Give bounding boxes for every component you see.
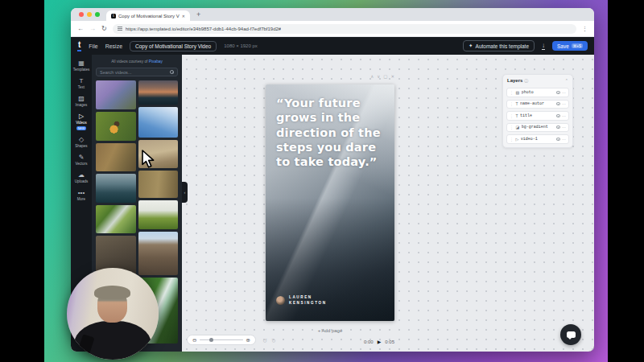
quote-text-layer[interactable]: “Your future grows in the direction of t… xyxy=(276,96,388,169)
sidebar-item-images[interactable]: ▨Images xyxy=(76,95,88,107)
play-icon[interactable]: ▶ xyxy=(378,339,382,344)
zoom-slider[interactable] xyxy=(200,339,242,341)
undo-icon[interactable]: ↺ xyxy=(262,338,267,344)
current-time: 0:00 xyxy=(364,339,374,344)
sidebar-item-label: More xyxy=(77,197,85,201)
history-controls: ↺ ↻ xyxy=(262,338,276,344)
sidebar-item-videos[interactable]: ▷VideosNEW xyxy=(76,113,87,130)
sidebar-item-templates[interactable]: ▦Templates xyxy=(73,60,90,72)
sidebar-item-label: Vectors xyxy=(75,162,87,166)
delete-icon[interactable]: ✕ xyxy=(390,74,394,79)
layer-more-icon[interactable]: ⋯ xyxy=(562,125,566,130)
uploads-icon: ☁ xyxy=(78,171,85,179)
chat-widget-button[interactable] xyxy=(560,324,581,345)
file-menu[interactable]: File xyxy=(89,43,97,49)
drag-handle-icon[interactable]: ⋮ xyxy=(510,113,514,118)
save-shortcut-badge: ⌘+S xyxy=(572,43,583,48)
layer-more-icon[interactable]: ⋯ xyxy=(562,113,566,118)
address-bar[interactable]: https://app.templated.io/editor/e34b9857… xyxy=(113,24,576,34)
close-window-button[interactable] xyxy=(79,12,84,17)
layer-row-bg-gradient[interactable]: ⋮◪bg-gradient⋯ xyxy=(506,123,569,133)
tab-title: Copy of Motivational Story V xyxy=(118,14,180,19)
sidebar-item-text[interactable]: TText xyxy=(78,77,85,89)
visibility-eye-icon[interactable] xyxy=(556,102,560,105)
browser-menu-icon[interactable]: ⋮ xyxy=(582,26,588,32)
desert-canyon-video[interactable] xyxy=(138,232,179,275)
reload-icon[interactable]: ↻ xyxy=(101,25,107,32)
layer-type-icon: ◪ xyxy=(516,125,520,130)
templated-logo[interactable]: t xyxy=(77,41,81,51)
sidebar-item-uploads[interactable]: ☁Uploads xyxy=(75,171,89,183)
forward-icon[interactable]: → xyxy=(89,25,96,32)
browser-tabstrip: t Copy of Motivational Story V ✕ + xyxy=(71,8,594,21)
move-up-icon[interactable]: ∧ xyxy=(370,74,374,79)
credit-text: All videos courtesy of xyxy=(111,60,147,64)
sunset-ocean-video[interactable] xyxy=(138,80,179,105)
wheat-field-video[interactable] xyxy=(138,171,179,198)
visibility-eye-icon[interactable] xyxy=(556,125,560,129)
sidebar-item-label: Videos xyxy=(76,121,87,125)
butterfly-flower-video[interactable] xyxy=(96,112,136,141)
editor-topbar: t File Resize Copy of Motivational Story… xyxy=(71,37,594,55)
sidebar-item-shapes[interactable]: ◇Shapes xyxy=(75,136,87,148)
chat-icon xyxy=(567,331,576,338)
snow-clouds-video[interactable] xyxy=(138,107,179,138)
purple-flowers-video[interactable] xyxy=(96,80,136,109)
coastal-dusk-video[interactable] xyxy=(96,174,136,203)
visibility-eye-icon[interactable] xyxy=(556,91,560,94)
lion-walking-video[interactable] xyxy=(96,143,136,171)
video-search-input[interactable] xyxy=(100,70,167,75)
minimize-window-button[interactable] xyxy=(87,12,92,17)
zoom-slider-knob[interactable] xyxy=(209,338,213,342)
document-title-field[interactable]: Copy of Motivational Story Video xyxy=(130,41,217,51)
layer-row-photo[interactable]: ⋮▨photo⋯ xyxy=(506,88,569,97)
visibility-eye-icon[interactable] xyxy=(556,114,560,117)
download-icon[interactable]: ↓ xyxy=(542,43,545,49)
layer-more-icon[interactable]: ⋯ xyxy=(562,137,566,142)
playback-timeline: 0:00 ▶ 0:05 xyxy=(364,339,394,344)
sidebar-item-label: Shapes xyxy=(75,144,87,148)
text-icon: T xyxy=(80,77,84,84)
move-down-icon[interactable]: ∨ xyxy=(377,74,380,79)
panel-collapse-handle[interactable]: ‹ xyxy=(182,182,188,203)
design-artboard[interactable]: “Your future grows in the direction of t… xyxy=(266,84,394,321)
duplicate-icon[interactable]: ▢ xyxy=(383,74,387,79)
layer-more-icon[interactable]: ⋯ xyxy=(562,101,566,106)
collapse-panel-icon[interactable]: ⌃ xyxy=(565,78,568,83)
layers-title: Layers xyxy=(507,78,522,83)
redo-icon[interactable]: ↻ xyxy=(271,338,276,344)
drag-handle-icon[interactable]: ⋮ xyxy=(510,90,514,95)
mossy-stream-video[interactable] xyxy=(96,205,136,233)
sidebar-item-more[interactable]: •••More xyxy=(77,189,85,201)
visibility-eye-icon[interactable] xyxy=(556,138,560,141)
new-tab-button[interactable]: + xyxy=(196,10,200,19)
drag-handle-icon[interactable]: ⋮ xyxy=(510,137,514,142)
browser-tab[interactable]: t Copy of Motivational Story V ✕ xyxy=(106,10,190,21)
site-settings-icon[interactable] xyxy=(118,27,122,31)
layers-panel: Layers ⓘ ⌃ ⋮▨photo⋯⋮Tname-autor⋯⋮Ttitle⋯… xyxy=(502,74,573,148)
video-search-box[interactable] xyxy=(96,68,178,76)
layer-row-title[interactable]: ⋮Ttitle⋯ xyxy=(506,111,569,121)
layer-row-name-autor[interactable]: ⋮Tname-autor⋯ xyxy=(506,100,569,109)
add-page-button[interactable]: + Add page xyxy=(266,328,394,333)
new-badge: NEW xyxy=(76,126,87,130)
back-icon[interactable]: ← xyxy=(77,25,84,32)
author-layer[interactable]: LAUREN KENSINGTON xyxy=(276,295,327,305)
sidebar-item-label: Text xyxy=(78,85,85,89)
drag-handle-icon[interactable]: ⋮ xyxy=(510,101,514,106)
tab-close-icon[interactable]: ✕ xyxy=(182,14,185,19)
grass-sky-video[interactable] xyxy=(138,200,179,229)
drag-handle-icon[interactable]: ⋮ xyxy=(510,125,514,130)
search-icon[interactable] xyxy=(170,70,174,74)
layer-more-icon[interactable]: ⋯ xyxy=(562,90,566,95)
zoom-out-icon[interactable]: ⊖ xyxy=(192,338,196,343)
resize-menu[interactable]: Resize xyxy=(105,43,122,49)
save-button[interactable]: Save ⌘+S xyxy=(552,41,588,51)
zoom-in-icon[interactable]: ⊕ xyxy=(246,338,250,343)
automate-template-button[interactable]: ✦ Automate this template xyxy=(463,40,535,51)
layer-row-video-1[interactable]: ⋮▷video-1⋯ xyxy=(506,134,569,144)
pixabay-link[interactable]: Pixabay xyxy=(149,60,163,64)
info-icon: ⓘ xyxy=(524,78,528,83)
sidebar-item-vectors[interactable]: ✎Vectors xyxy=(75,154,87,166)
zoom-window-button[interactable] xyxy=(95,12,100,17)
